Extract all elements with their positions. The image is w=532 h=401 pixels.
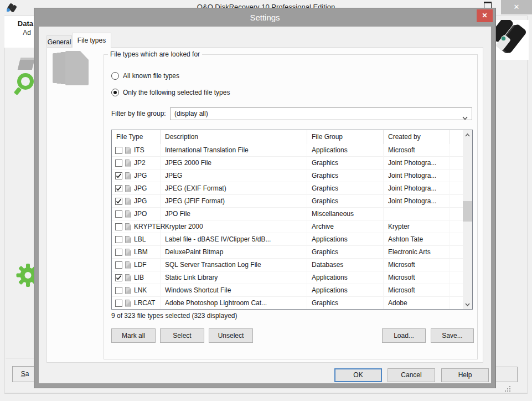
background-help-button[interactable]: [495, 367, 518, 382]
table-row[interactable]: LDFSQL Server Transaction Log FileDataba…: [112, 259, 464, 271]
table-row[interactable]: ITSInternational Translation FileApplica…: [112, 144, 464, 157]
checkbox-unchecked[interactable]: [115, 223, 122, 230]
radio-label: All known file types: [123, 72, 179, 80]
file-stack-icon: [53, 51, 91, 91]
table-scrollbar[interactable]: [463, 130, 472, 309]
cell-file-type: LIB: [112, 271, 161, 284]
table-row[interactable]: JPGJPEG (JFIF Format)GraphicsJoint Photo…: [112, 195, 464, 208]
file-group-dropdown[interactable]: (display all): [170, 107, 472, 120]
radio-circle-selected[interactable]: [111, 89, 119, 96]
cell-description: Krypter 2000: [161, 220, 307, 233]
table-header-row: File Type Description File Group Created…: [112, 130, 464, 144]
resize-grip[interactable]: [503, 386, 510, 394]
scroll-down-icon[interactable]: [463, 300, 472, 309]
cell-filler: [450, 208, 464, 220]
cell-description: JPEG: [161, 169, 307, 182]
scrollbar-thumb[interactable]: [463, 201, 472, 222]
cell-file-type: JPG: [112, 182, 161, 195]
main-window-close-button[interactable]: ✕: [501, 0, 532, 14]
cell-file-type: ITS: [112, 144, 161, 157]
checkbox-unchecked[interactable]: [115, 236, 122, 243]
file-page-icon: [125, 210, 131, 218]
save-button[interactable]: Save...: [431, 328, 474, 343]
file-type-label: JPG: [134, 182, 147, 194]
table-row[interactable]: LRCATAdobe Photoshop Lightroom Cat...Gra…: [112, 297, 464, 310]
checkbox-checked[interactable]: [115, 172, 122, 179]
checkbox-unchecked[interactable]: [115, 160, 122, 167]
checkbox-unchecked[interactable]: [115, 261, 122, 269]
cell-description: JPEG (EXIF Format): [161, 182, 307, 195]
radio-label: Only the following selected file types: [123, 89, 230, 96]
cell-description: JPEG 2000 File: [161, 157, 307, 169]
cell-description: Windows Shortcut File: [161, 284, 307, 297]
radio-only-selected-file-types[interactable]: Only the following selected file types: [111, 88, 230, 97]
checkbox-checked[interactable]: [115, 274, 122, 281]
cell-description: DeluxePaint Bitmap: [161, 246, 307, 259]
table-row[interactable]: LBMDeluxePaint BitmapGraphicsElectronic …: [112, 246, 464, 259]
cell-file-type: LDF: [112, 259, 161, 271]
cell-created-by: Adobe: [384, 297, 450, 310]
file-types-groupbox: File types which are looked for All know…: [104, 54, 478, 359]
cell-filler: [450, 169, 464, 182]
checkbox-unchecked[interactable]: [115, 249, 122, 256]
cancel-button[interactable]: Cancel: [388, 368, 435, 382]
filter-by-file-group-label: Filter by file group:: [111, 110, 166, 117]
tab-file-types[interactable]: File types: [72, 33, 111, 48]
checkbox-unchecked[interactable]: [115, 210, 122, 218]
radio-circle[interactable]: [111, 72, 119, 80]
checkbox-checked[interactable]: [115, 198, 122, 205]
checkbox-unchecked[interactable]: [115, 300, 122, 307]
cell-file-group: Applications: [307, 144, 384, 157]
select-button[interactable]: Select: [160, 328, 204, 343]
cell-file-group: Archive: [307, 220, 384, 233]
column-header-description[interactable]: Description: [161, 130, 307, 144]
checkbox-unchecked[interactable]: [115, 287, 122, 294]
cell-filler: [450, 233, 464, 246]
cell-file-type: LNK: [112, 284, 161, 297]
table-row[interactable]: JP2JPEG 2000 FileGraphicsJoint Photogra.…: [112, 157, 464, 169]
cell-filler: [450, 284, 464, 297]
wizard-step-header: Data Ad: [4, 16, 34, 48]
mark-all-button[interactable]: Mark all: [111, 328, 156, 343]
table-row[interactable]: JPGJPEGGraphicsJoint Photogra...: [112, 169, 464, 182]
table-row[interactable]: JPGJPEG (EXIF Format)GraphicsJoint Photo…: [112, 182, 464, 195]
cell-file-type: JPG: [112, 169, 161, 182]
checkbox-unchecked[interactable]: [115, 147, 122, 154]
cell-filler: [450, 182, 464, 195]
column-header-file-group[interactable]: File Group: [307, 130, 384, 144]
table-row[interactable]: JPOJPO FileMiscellaneous: [112, 208, 464, 220]
table-row[interactable]: LIBStatic Link LibraryApplicationsMicros…: [112, 271, 464, 284]
wizard-step-subtitle: Ad: [4, 28, 34, 37]
scroll-up-icon[interactable]: [463, 130, 472, 140]
unselect-button[interactable]: Unselect: [209, 328, 253, 343]
file-page-icon: [125, 198, 131, 205]
checkbox-checked[interactable]: [115, 185, 122, 192]
load-button[interactable]: Load...: [382, 328, 426, 343]
settings-close-button[interactable]: ✕: [477, 9, 493, 22]
file-type-label: LDF: [134, 259, 147, 271]
cell-description: International Translation File: [161, 144, 307, 157]
cell-file-group: Graphics: [307, 297, 384, 310]
column-header-file-type[interactable]: File Type: [112, 130, 161, 144]
table-row[interactable]: LNKWindows Shortcut FileApplicationsMicr…: [112, 284, 464, 297]
help-button[interactable]: Help: [441, 368, 489, 382]
ok-button[interactable]: OK: [334, 368, 382, 382]
cell-created-by: Joint Photogra...: [384, 169, 450, 182]
cell-created-by: Ashton Tate: [384, 233, 450, 246]
cell-file-group: Miscellaneous: [307, 208, 384, 220]
cell-filler: [450, 220, 464, 233]
file-type-label: JPG: [134, 195, 147, 207]
table-row[interactable]: LBLLabel file - dBASE IV/Clipper 5/dB...…: [112, 233, 464, 246]
tab-general[interactable]: General: [47, 35, 72, 48]
file-types-tab-panel: File types which are looked for All know…: [47, 47, 483, 363]
table-row[interactable]: KRYPTERKrypter 2000ArchiveKrypter: [112, 220, 464, 233]
cell-created-by: Microsoft: [384, 259, 450, 271]
save-report-button-label: Sa: [13, 367, 37, 382]
column-header-created-by[interactable]: Created by: [384, 130, 450, 144]
file-page-icon: [125, 160, 131, 167]
file-page-icon: [125, 249, 131, 256]
file-type-label: JPG: [134, 169, 147, 182]
maximize-icon[interactable]: [484, 2, 492, 8]
radio-all-known-file-types[interactable]: All known file types: [111, 71, 179, 80]
cell-file-type: JPG: [112, 195, 161, 208]
